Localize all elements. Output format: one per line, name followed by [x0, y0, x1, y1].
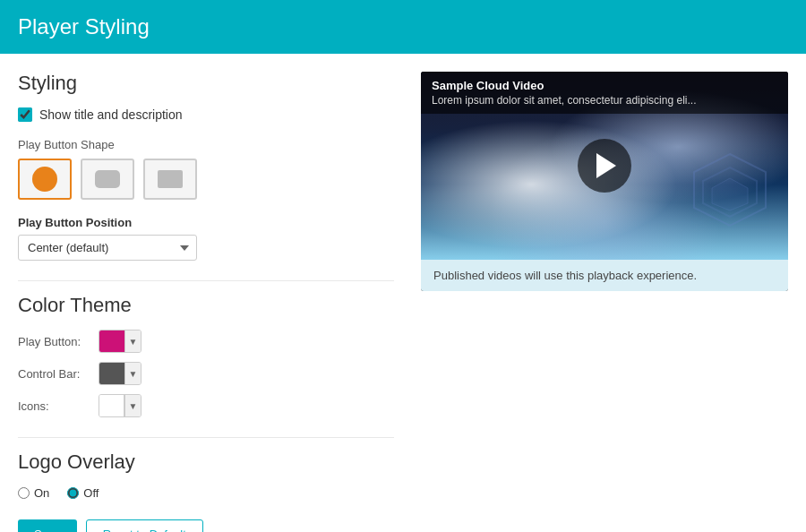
logo-overlay-section: Logo Overlay On Off — [18, 450, 394, 500]
main-content: Styling Show title and description Play … — [0, 54, 806, 532]
play-button-shape-label: Play Button Shape — [18, 138, 394, 151]
video-description: Lorem ipsum dolor sit amet, consectetur … — [432, 94, 777, 107]
play-triangle-icon — [596, 153, 616, 178]
video-info-text: Published videos will use this playback … — [433, 269, 697, 282]
right-panel: Sample Cloud Video Lorem ipsum dolor sit… — [421, 72, 788, 532]
svg-marker-2 — [712, 178, 748, 210]
styling-title: Styling — [18, 72, 394, 95]
position-section: Play Button Position Center (default) Bo… — [18, 216, 394, 261]
logo-off-label: Off — [83, 486, 99, 500]
video-top-bar: Sample Cloud Video Lorem ipsum dolor sit… — [421, 72, 788, 114]
action-buttons: Save Reset to Default — [18, 519, 394, 532]
styling-section: Styling Show title and description Play … — [18, 72, 394, 261]
control-bar-color-label: Control Bar: — [18, 367, 90, 381]
control-bar-color-arrow: ▼ — [124, 362, 141, 385]
button-shapes-group — [18, 159, 394, 200]
icons-color-label: Icons: — [18, 399, 90, 413]
color-theme-title: Color Theme — [18, 294, 394, 317]
video-info-bar: Published videos will use this playback … — [421, 260, 788, 291]
shape-rect-button[interactable] — [143, 159, 197, 200]
page-header: Player Styling — [0, 0, 806, 54]
video-title: Sample Cloud Video — [432, 79, 777, 92]
logo-on-radio[interactable] — [18, 487, 30, 499]
show-title-label: Show title and description — [39, 107, 183, 122]
shape-rounded-button[interactable] — [81, 159, 134, 200]
play-button-color-row: Play Button: ▼ — [18, 330, 394, 353]
save-button[interactable]: Save — [18, 519, 77, 532]
play-button-preview[interactable] — [578, 139, 631, 193]
logo-off-radio[interactable] — [67, 487, 79, 499]
page-title: Player Styling — [18, 14, 788, 39]
logo-off-option[interactable]: Off — [67, 486, 99, 500]
video-overlay: Sample Cloud Video Lorem ipsum dolor sit… — [421, 72, 788, 260]
position-select[interactable]: Center (default) Bottom Left Bottom Righ… — [18, 235, 197, 261]
icons-color-swatch-btn[interactable]: ▼ — [99, 394, 141, 417]
play-button-color-swatch-btn[interactable]: ▼ — [99, 330, 141, 353]
logo-on-label: On — [34, 486, 49, 500]
color-theme-section: Color Theme Play Button: ▼ Control Bar: … — [18, 294, 394, 417]
reset-button[interactable]: Reset to Default — [86, 519, 203, 532]
circle-shape — [32, 167, 57, 192]
hex-pattern — [690, 150, 770, 242]
control-bar-color-swatch — [99, 362, 124, 385]
control-bar-color-row: Control Bar: ▼ — [18, 362, 394, 385]
rect-shape — [158, 170, 183, 188]
shape-circle-button[interactable] — [18, 159, 72, 200]
rounded-shape — [95, 170, 120, 188]
show-title-row: Show title and description — [18, 107, 394, 122]
logo-overlay-title: Logo Overlay — [18, 450, 394, 474]
play-button-color-label: Play Button: — [18, 335, 90, 348]
icons-color-swatch — [99, 394, 124, 417]
position-label: Play Button Position — [18, 216, 394, 229]
left-panel: Styling Show title and description Play … — [18, 72, 394, 532]
show-title-checkbox[interactable] — [18, 107, 32, 122]
divider-2 — [18, 437, 394, 438]
logo-radio-row: On Off — [18, 486, 394, 500]
icons-color-row: Icons: ▼ — [18, 394, 394, 417]
logo-on-option[interactable]: On — [18, 486, 49, 500]
play-button-color-arrow: ▼ — [124, 330, 141, 353]
video-preview: Sample Cloud Video Lorem ipsum dolor sit… — [421, 72, 788, 291]
play-button-color-swatch — [99, 330, 124, 353]
control-bar-color-swatch-btn[interactable]: ▼ — [99, 362, 141, 385]
icons-color-arrow: ▼ — [124, 394, 141, 417]
divider-1 — [18, 280, 394, 281]
